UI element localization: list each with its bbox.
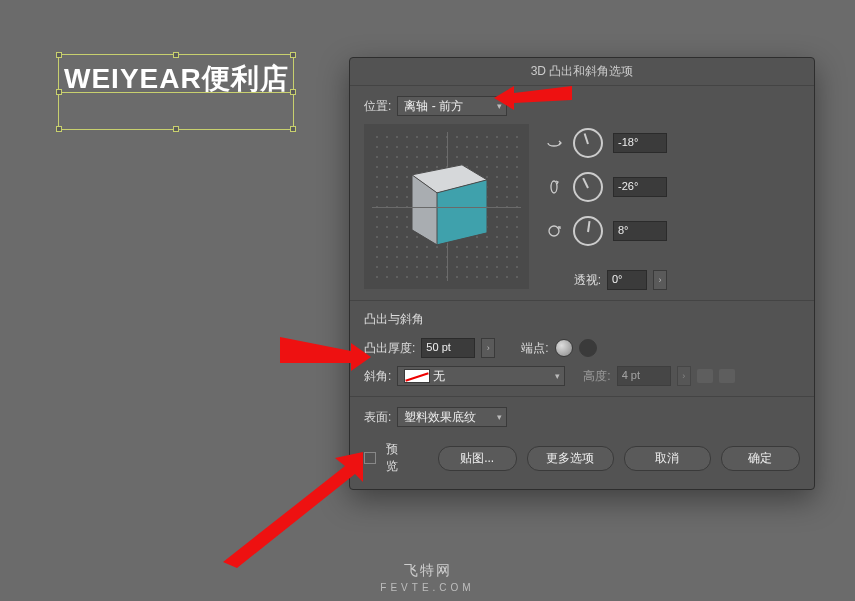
perspective-label: 透视:: [574, 272, 601, 289]
chevron-down-icon: ▾: [497, 101, 502, 111]
surface-select-value: 塑料效果底纹: [404, 409, 476, 426]
angle-z-field[interactable]: 8°: [613, 221, 667, 241]
rotate-x-icon: [545, 134, 563, 152]
resize-handle[interactable]: [56, 126, 62, 132]
bevel-height-field: 4 pt: [617, 366, 671, 386]
position-select-value: 离轴 - 前方: [404, 98, 463, 115]
rotate-y-icon: [545, 178, 563, 196]
resize-handle[interactable]: [290, 52, 296, 58]
resize-handle[interactable]: [173, 126, 179, 132]
resize-handle[interactable]: [290, 89, 296, 95]
perspective-field[interactable]: 0°: [607, 270, 647, 290]
divider: [350, 396, 814, 397]
chevron-down-icon: ▾: [555, 371, 560, 381]
extrude-depth-stepper[interactable]: ›: [481, 338, 495, 358]
dialog-title: 3D 凸出和斜角选项: [350, 58, 814, 86]
divider: [350, 300, 814, 301]
bevel-select-value: 无: [433, 368, 445, 385]
cap-label: 端点:: [521, 340, 548, 357]
preview-checkbox-label: 预览: [386, 441, 410, 475]
angle-y-dial[interactable]: [573, 172, 603, 202]
resize-handle[interactable]: [56, 89, 62, 95]
preview-checkbox[interactable]: [364, 452, 376, 464]
extrude-depth-label: 凸出厚度:: [364, 340, 415, 357]
rotation-preview-cube[interactable]: [364, 124, 529, 289]
angle-y-field[interactable]: -26°: [613, 177, 667, 197]
bevel-height-label: 高度:: [583, 368, 610, 385]
surface-label: 表面:: [364, 409, 391, 426]
bevel-out-icon: [719, 369, 735, 383]
extrude-depth-field[interactable]: 50 pt: [421, 338, 475, 358]
cube-icon: [392, 144, 502, 254]
none-swatch-icon: [404, 369, 430, 383]
selection-bounding-box[interactable]: [58, 54, 294, 130]
watermark-line1: 飞特网: [380, 562, 474, 580]
chevron-down-icon: ▾: [497, 412, 502, 422]
resize-handle[interactable]: [56, 52, 62, 58]
ok-button[interactable]: 确定: [721, 446, 800, 471]
resize-handle[interactable]: [173, 52, 179, 58]
watermark-line2: FEVTE.COM: [380, 582, 474, 593]
cap-on-button[interactable]: [555, 339, 573, 357]
svg-marker-8: [223, 452, 363, 568]
angle-x-field[interactable]: -18°: [613, 133, 667, 153]
bevel-select[interactable]: 无 ▾: [397, 366, 565, 386]
more-options-button[interactable]: 更多选项: [527, 446, 614, 471]
cap-off-button[interactable]: [579, 339, 597, 357]
bevel-label: 斜角:: [364, 368, 391, 385]
rotate-z-icon: [545, 222, 563, 240]
watermark: 飞特网 FEVTE.COM: [380, 562, 474, 593]
position-label: 位置:: [364, 98, 391, 115]
bevel-height-stepper: ›: [677, 366, 691, 386]
resize-handle[interactable]: [290, 126, 296, 132]
extrude-bevel-section-title: 凸出与斜角: [364, 311, 800, 328]
angle-z-dial[interactable]: [573, 216, 603, 246]
position-select[interactable]: 离轴 - 前方 ▾: [397, 96, 507, 116]
svg-point-4: [551, 181, 557, 193]
surface-select[interactable]: 塑料效果底纹 ▾: [397, 407, 507, 427]
annotation-arrow: [215, 450, 365, 570]
map-art-button[interactable]: 贴图...: [438, 446, 517, 471]
angle-x-dial[interactable]: [573, 128, 603, 158]
extrude-bevel-dialog: 3D 凸出和斜角选项 位置: 离轴 - 前方 ▾: [349, 57, 815, 490]
cancel-button[interactable]: 取消: [624, 446, 711, 471]
perspective-stepper[interactable]: ›: [653, 270, 667, 290]
bevel-in-icon: [697, 369, 713, 383]
svg-point-5: [549, 226, 559, 236]
